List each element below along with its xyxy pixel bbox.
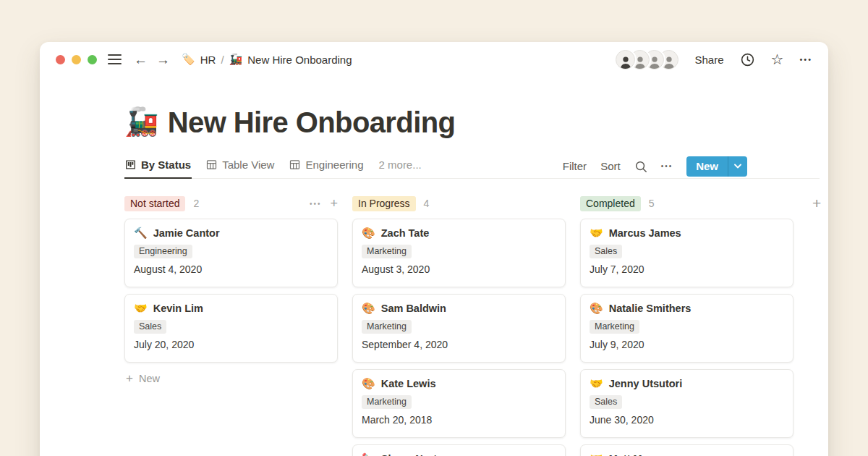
- search-icon[interactable]: [634, 160, 647, 173]
- avatar-group: [616, 50, 678, 69]
- tab-by-status[interactable]: By Status: [124, 154, 192, 179]
- board-card[interactable]: ✏️ Shane Norton: [352, 444, 566, 456]
- card-name: Jamie Cantor: [153, 227, 220, 239]
- share-button[interactable]: Share: [694, 54, 723, 66]
- more-options-icon[interactable]: •••: [799, 56, 812, 64]
- board-card[interactable]: 🤝 Kevin Lim Sales July 20, 2020: [124, 294, 338, 363]
- group-actions: ••• +: [310, 197, 338, 210]
- board-card[interactable]: 🎨 Kate Lewis Marketing March 20, 2018: [352, 369, 566, 438]
- board-group-completed: Completed 5 🤝 Marcus James Sales July 7,…: [580, 195, 793, 456]
- sort-button[interactable]: Sort: [600, 160, 621, 172]
- card-department-tag: Sales: [590, 395, 622, 409]
- card-name: Jenny Utsutori: [609, 378, 683, 389]
- kanban-board: + Not started 2 ••• + 🔨 Jamie Cantor Eng…: [124, 195, 820, 456]
- card-emoji: 🎨: [362, 302, 375, 315]
- breadcrumb-page[interactable]: New Hire Onboarding: [247, 54, 352, 66]
- card-department-tag: Engineering: [134, 245, 192, 258]
- group-add-card-icon[interactable]: +: [330, 197, 338, 210]
- card-name: Natalie Smithers: [609, 303, 692, 314]
- person-silhouette-icon: [633, 54, 647, 69]
- group-cards: 🔨 Jamie Cantor Engineering August 4, 202…: [124, 219, 338, 363]
- card-emoji: 🎨: [590, 302, 603, 315]
- card-emoji: 🔨: [134, 227, 148, 240]
- view-more-options-icon[interactable]: •••: [661, 162, 673, 170]
- board-group-in-progress: In Progress 4 🎨 Zach Tate Marketing Augu…: [352, 195, 566, 456]
- window-controls: [56, 55, 97, 64]
- page-title: 🚂 New Hire Onboarding: [124, 104, 820, 141]
- card-emoji: 🎨: [362, 227, 375, 240]
- person-silhouette-icon: [647, 54, 662, 69]
- card-emoji: 🤝: [590, 377, 603, 390]
- card-department-tag: Marketing: [362, 245, 412, 258]
- board-card[interactable]: 🤝 Marcus James Sales July 7, 2020: [580, 219, 793, 287]
- page-title-emoji: 🚂: [124, 104, 158, 140]
- card-name: Matt Morgan: [609, 453, 671, 456]
- tab-table-view[interactable]: Table View: [205, 154, 275, 179]
- group-status-pill[interactable]: Completed: [580, 196, 641, 211]
- card-name: Kate Lewis: [381, 378, 436, 389]
- zoom-window-button[interactable]: [88, 55, 97, 64]
- group-more-options-icon[interactable]: •••: [310, 200, 322, 208]
- card-start-date: August 3, 2020: [362, 263, 556, 275]
- group-count: 4: [424, 198, 430, 209]
- topbar-actions: Share ☆ •••: [616, 50, 812, 69]
- card-start-date: March 20, 2018: [362, 414, 556, 426]
- table-view-icon: [206, 159, 217, 170]
- group-status-pill[interactable]: Not started: [124, 196, 185, 211]
- back-button[interactable]: ←: [134, 53, 148, 67]
- board-group-not-started: Not started 2 ••• + 🔨 Jamie Cantor Engin…: [124, 195, 338, 456]
- add-group-button[interactable]: +: [812, 195, 821, 211]
- new-button-label[interactable]: New: [686, 156, 728, 177]
- sidebar-toggle-icon[interactable]: [108, 54, 122, 64]
- tab-engineering[interactable]: Engineering: [289, 154, 364, 179]
- page-content: 🚂 New Hire Onboarding By Status Table Vi…: [124, 104, 820, 456]
- updates-clock-icon[interactable]: [740, 52, 755, 67]
- minimize-window-button[interactable]: [72, 55, 81, 64]
- view-tabs: By Status Table View Engineering 2 more.…: [124, 154, 422, 178]
- forward-button[interactable]: →: [156, 53, 170, 67]
- page-title-text: New Hire Onboarding: [168, 104, 456, 141]
- view-controls: Filter Sort ••• New: [563, 154, 747, 178]
- group-status-pill[interactable]: In Progress: [352, 196, 416, 211]
- board-view-icon: [125, 159, 136, 170]
- card-start-date: July 20, 2020: [134, 339, 328, 350]
- breadcrumb-workspace[interactable]: HR: [200, 54, 216, 66]
- card-department-tag: Marketing: [362, 320, 412, 334]
- add-card-button[interactable]: + New: [124, 372, 338, 384]
- close-window-button[interactable]: [56, 55, 65, 64]
- group-cards: 🤝 Marcus James Sales July 7, 2020 🎨 Nata…: [580, 219, 793, 456]
- group-count: 2: [193, 198, 199, 209]
- card-emoji: 🤝: [134, 302, 148, 315]
- card-start-date: August 4, 2020: [134, 263, 328, 275]
- card-emoji: 🤝: [590, 227, 603, 240]
- member-avatar-1[interactable]: [616, 50, 635, 69]
- card-name: Kevin Lim: [153, 303, 203, 314]
- notion-window: ← → 🏷️ HR / 🚂 New Hire Onboarding: [40, 42, 828, 456]
- new-button[interactable]: New: [686, 156, 747, 177]
- board-card[interactable]: 🎨 Zach Tate Marketing August 3, 2020: [352, 219, 566, 287]
- plus-icon: +: [126, 372, 133, 384]
- view-bar: By Status Table View Engineering 2 more.…: [124, 154, 820, 179]
- board-card[interactable]: 🎨 Natalie Smithers Marketing July 9, 202…: [580, 294, 793, 363]
- tab-2-more[interactable]: 2 more...: [378, 154, 422, 179]
- card-emoji: 🤝: [590, 452, 603, 456]
- board-card[interactable]: 🤝 Jenny Utsutori Sales June 30, 2020: [580, 369, 793, 438]
- window-topbar: ← → 🏷️ HR / 🚂 New Hire Onboarding: [40, 42, 828, 77]
- group-header: Not started 2 ••• +: [124, 195, 338, 211]
- card-start-date: July 9, 2020: [590, 339, 784, 350]
- card-department-tag: Sales: [134, 320, 166, 334]
- board-card[interactable]: 🔨 Jamie Cantor Engineering August 4, 202…: [124, 219, 338, 287]
- card-start-date: September 4, 2020: [362, 339, 556, 350]
- board-card[interactable]: 🎨 Sam Baldwin Marketing September 4, 202…: [352, 294, 566, 363]
- board-card[interactable]: 🤝 Matt Morgan: [580, 444, 793, 456]
- card-department-tag: Marketing: [362, 395, 412, 409]
- favorite-star-icon[interactable]: ☆: [771, 52, 784, 67]
- new-button-dropdown-chevron-icon[interactable]: [728, 156, 747, 177]
- card-name: Marcus James: [609, 227, 681, 239]
- workspace-emoji: 🏷️: [182, 53, 195, 66]
- card-department-tag: Sales: [590, 245, 622, 258]
- card-emoji: 🎨: [362, 377, 375, 390]
- card-name: Sam Baldwin: [381, 303, 446, 314]
- filter-button[interactable]: Filter: [563, 160, 587, 172]
- breadcrumb-separator: /: [221, 54, 224, 66]
